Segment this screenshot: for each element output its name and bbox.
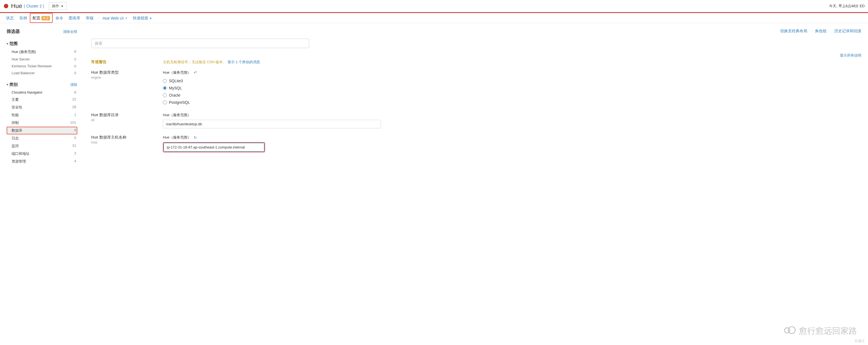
chevron-down-icon: ▾	[7, 83, 8, 86]
config-subname: host	[91, 140, 163, 144]
search-input[interactable]	[91, 39, 309, 48]
scope-item-label: Hue Server	[11, 57, 30, 61]
category-title: 类别	[9, 82, 18, 87]
scope-label: Hue（服务范围）	[163, 113, 191, 118]
actions-dropdown[interactable]: 操作 ▼	[49, 2, 66, 10]
chevron-down-icon: ▾	[7, 42, 8, 45]
show-all-row: 显示所有说明	[91, 53, 861, 58]
scope-item-hue[interactable]: Hue (服务范围) 8	[7, 48, 77, 56]
scope-item-count: 8	[74, 50, 76, 54]
tab-audit[interactable]: 审核	[83, 13, 96, 23]
sidebar: 筛选器 清除全部 ▾ 范围 Hue (服务范围) 8 Hue Server 0 …	[0, 23, 80, 175]
config-row-engine: Hue 数据库类型 engine Hue（服务范围） ↶ SQLite3 MyS…	[91, 70, 861, 106]
wrench-icon	[42, 17, 46, 20]
tab-status[interactable]: 状态	[3, 13, 17, 23]
refresh-icon[interactable]: ↻	[194, 135, 197, 140]
config-value: Hue（服务范围） ↻	[163, 135, 381, 152]
tab-quicklinks[interactable]: 快速链接 ▼	[130, 13, 155, 23]
config-subname: dir	[91, 118, 163, 122]
scope-line: Hue（服务范围） ↻	[163, 135, 381, 140]
scope-item-count: 0	[74, 64, 76, 68]
link-role-groups[interactable]: 角色组	[815, 29, 827, 34]
link-classic-layout[interactable]: 切换至经典布局	[780, 29, 807, 34]
cat-item[interactable]: 性能1	[7, 111, 77, 119]
host-highlight	[163, 142, 265, 152]
scope-item-ktr[interactable]: Kerberos Ticket Renewer 0	[7, 63, 77, 69]
config-subname: engine	[91, 75, 163, 80]
filter-title: 筛选器	[7, 29, 20, 34]
warning-text-a: 主机无检测信号；无法验证 CDH 版本。	[163, 60, 226, 64]
config-badge-count: 2	[46, 16, 48, 20]
dir-input[interactable]	[163, 120, 381, 128]
external-link-icon: ↗	[125, 17, 127, 20]
page-title: Hue	[11, 2, 22, 10]
config-row-dir: Hue 数据库目录 dir Hue（服务范围） ?	[91, 113, 861, 128]
caret-down-icon: ▼	[149, 17, 152, 20]
tab-charts[interactable]: 图表库	[66, 13, 83, 23]
config-value: Hue（服务范围）	[163, 113, 381, 128]
radio-mysql[interactable]: MySQL	[163, 85, 381, 92]
link-history[interactable]: 历史记录和回滚	[834, 29, 861, 34]
tab-quick-label: 快速链接	[133, 16, 148, 21]
cat-item[interactable]: 资源管理4	[7, 158, 77, 165]
cat-item[interactable]: Cloudera Navigator8	[7, 89, 77, 96]
config-name: Hue 数据库目录	[91, 113, 163, 118]
tab-config-label: 配置	[33, 16, 40, 21]
cat-item[interactable]: 安全性26	[7, 103, 77, 111]
cat-item[interactable]: 监控31	[7, 142, 77, 150]
undo-icon[interactable]: ↶	[194, 70, 197, 75]
config-label: Hue 数据库主机名称 host	[91, 135, 163, 152]
radio-sqlite3[interactable]: SQLite3	[163, 77, 381, 85]
header: Hue ( Cluster 2 ) 操作 ▼ 今天, 早上6点48分 ED	[0, 0, 868, 13]
scope-line: Hue（服务范围）	[163, 113, 381, 118]
config-label: Hue 数据库类型 engine	[91, 70, 163, 106]
category-header[interactable]: ▾ 类别 清除	[7, 80, 77, 89]
config-row-host: Hue 数据库主机名称 host Hue（服务范围） ↻	[91, 135, 861, 152]
scope-item-count: 0	[74, 57, 76, 61]
show-all-descriptions-link[interactable]: 显示所有说明	[840, 53, 861, 58]
caret-down-icon: ▼	[61, 5, 63, 8]
top-links: 切换至经典布局 角色组 历史记录和回滚	[91, 29, 861, 34]
scope-line: Hue（服务范围） ↶	[163, 70, 381, 75]
filter-scope-section: ▾ 范围 Hue (服务范围) 8 Hue Server 0 Kerberos …	[7, 39, 77, 76]
actions-label: 操作	[52, 4, 59, 8]
config-name: Hue 数据库主机名称	[91, 135, 163, 140]
filter-header: 筛选器 清除全部	[7, 29, 77, 34]
scope-item-lb[interactable]: Load Balancer 0	[7, 69, 77, 76]
config-value: Hue（服务范围） ↶ SQLite3 MySQL Oracle Postgre…	[163, 70, 381, 106]
tab-webui[interactable]: Hue Web UI ↗	[100, 13, 130, 23]
scope-header[interactable]: ▾ 范围	[7, 39, 77, 48]
category-clear-link[interactable]: 清除	[70, 82, 77, 87]
status-dot-icon	[4, 4, 8, 8]
tab-commands[interactable]: 命令	[53, 13, 66, 23]
header-left: Hue ( Cluster 2 ) 操作 ▼	[3, 2, 66, 10]
host-input[interactable]	[164, 143, 264, 151]
cat-item[interactable]: 端口和地址3	[7, 150, 77, 158]
filter-category-section: ▾ 类别 清除 Cloudera Navigator8 主要22 安全性26 性…	[7, 80, 77, 165]
cat-item-database[interactable]: 数据库8	[7, 127, 77, 134]
warning-row: 常规警告 主机无检测信号；无法验证 CDH 版本。 显示 1 个类似的消息	[91, 60, 861, 65]
scope-title: 范围	[9, 41, 18, 46]
cat-item[interactable]: 抑制101	[7, 119, 77, 127]
clear-all-link[interactable]: 清除全部	[63, 29, 77, 34]
config-name: Hue 数据库类型	[91, 70, 163, 75]
main: 切换至经典布局 角色组 历史记录和回滚 显示所有说明 常规警告 主机无检测信号；…	[80, 23, 868, 175]
config-label: Hue 数据库目录 dir	[91, 113, 163, 128]
radio-postgresql[interactable]: PostgreSQL	[163, 99, 381, 106]
tab-separator	[98, 15, 98, 21]
cat-item[interactable]: 日志5	[7, 134, 77, 142]
cat-item[interactable]: 主要22	[7, 96, 77, 103]
tab-config[interactable]: 配置 2	[30, 13, 53, 23]
warning-label: 常规警告	[91, 60, 163, 65]
cluster-label[interactable]: ( Cluster 2 )	[24, 4, 44, 8]
tabs: 状态 实例 配置 2 命令 图表库 审核 Hue Web UI ↗ 快速链接 ▼	[0, 13, 868, 23]
body: 筛选器 清除全部 ▾ 范围 Hue (服务范围) 8 Hue Server 0 …	[0, 23, 868, 175]
scope-item-label: Load Balancer	[11, 71, 35, 75]
scope-item-hueserver[interactable]: Hue Server 0	[7, 56, 77, 63]
header-time: 今天, 早上6点48分 ED	[829, 4, 865, 8]
scope-label: Hue（服务范围）	[163, 70, 191, 75]
warning-show-link[interactable]: 显示 1 个类似的消息	[227, 60, 260, 64]
tab-instances[interactable]: 实例	[17, 13, 30, 23]
scope-item-label: Hue (服务范围)	[11, 50, 36, 54]
radio-oracle[interactable]: Oracle	[163, 92, 381, 99]
